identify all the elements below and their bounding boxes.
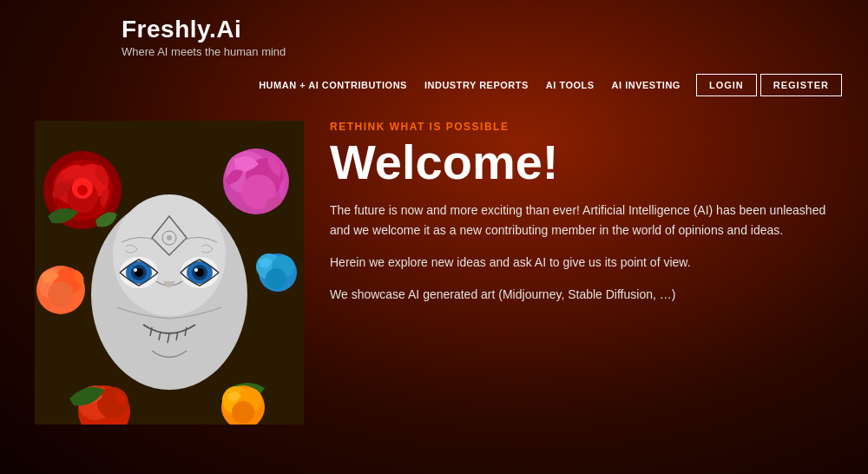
svg-point-27 [77, 185, 88, 195]
hero-paragraph-3: We showcase AI generated art (Midjourney… [330, 285, 833, 305]
nav-ai-tools[interactable]: AI TOOLS [539, 76, 602, 94]
site-tagline: Where AI meets the human mind [122, 45, 842, 58]
svg-point-20 [194, 268, 198, 272]
nav-ai-investing[interactable]: AI INVESTING [605, 76, 687, 94]
login-button[interactable]: LOGIN [696, 74, 757, 96]
eyebrow-text: RETHINK WHAT IS POSSIBLE [330, 121, 833, 133]
hero-text: RETHINK WHAT IS POSSIBLE Welcome! The fu… [330, 121, 833, 317]
nav-links: HUMAN + AI CONTRIBUTIONS INDUSTRY REPORT… [252, 76, 687, 94]
nav-human-ai[interactable]: HUMAN + AI CONTRIBUTIONS [252, 76, 414, 94]
svg-point-15 [134, 268, 137, 272]
hero-image-container [35, 121, 304, 425]
navigation: HUMAN + AI CONTRIBUTIONS INDUSTRY REPORT… [0, 67, 868, 103]
welcome-heading: Welcome! [330, 138, 833, 187]
nav-buttons: LOGIN REGISTER [696, 74, 842, 96]
hero-paragraph-2: Herein we explore new ideas and ask AI t… [330, 253, 833, 273]
register-button[interactable]: REGISTER [760, 74, 842, 96]
svg-point-46 [232, 401, 254, 424]
hero-paragraph-1: The future is now and more exciting than… [330, 201, 833, 240]
svg-point-5 [167, 235, 172, 240]
main-area: RETHINK WHAT IS POSSIBLE Welcome! The fu… [0, 112, 868, 425]
nav-industry-reports[interactable]: INDUSTRY REPORTS [418, 76, 536, 94]
svg-point-39 [266, 268, 286, 289]
site-title: Freshly.Ai [122, 16, 842, 43]
header: Freshly.Ai Where AI meets the human mind [0, 0, 868, 67]
svg-point-35 [48, 281, 74, 307]
content-wrapper: Freshly.Ai Where AI meets the human mind… [0, 0, 868, 474]
hero-image [35, 121, 304, 425]
